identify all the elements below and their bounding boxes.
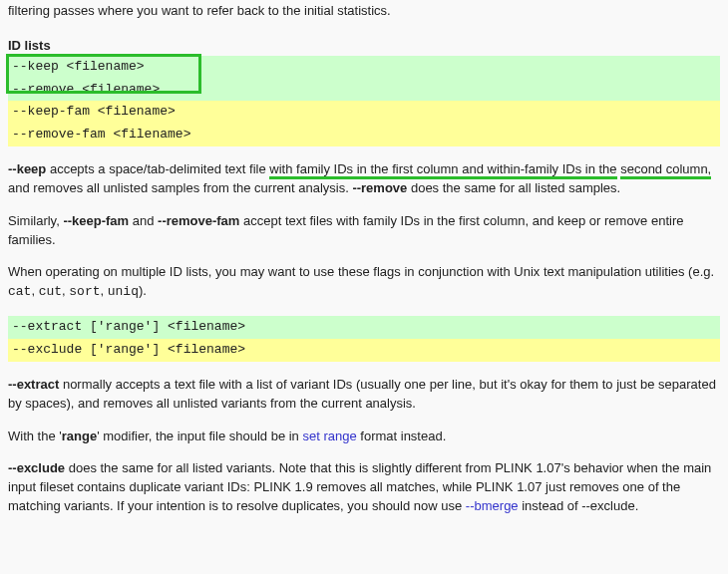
heading-id-lists: ID lists [8, 37, 720, 56]
link-set-range[interactable]: set range [302, 429, 356, 443]
text: and [129, 213, 158, 228]
paragraph-keepfam-desc: Similarly, --keep-fam and --remove-fam a… [8, 212, 720, 250]
text: normally accepts a text file with a list… [8, 377, 716, 411]
underlined-text-1: with family IDs in the first column and … [269, 161, 616, 179]
paragraph-keep-desc: --keep accepts a space/tab-delimited tex… [8, 160, 720, 198]
paragraph-exclude-desc: --exclude does the same for all listed v… [8, 459, 720, 516]
codeblock-extract-exclude: --extract ['range'] <filename> --exclude… [8, 316, 720, 362]
document-content: filtering passes where you want to refer… [0, 0, 728, 538]
flag-extract: --extract [8, 377, 59, 392]
flag-remove: --remove [352, 180, 407, 195]
flag-exclude: --exclude [8, 460, 65, 475]
codeblock-keep-remove: --keep <filename> --remove <filename> --… [8, 56, 720, 146]
paragraph-unix-utils: When operating on multiple ID lists, you… [8, 263, 720, 302]
paragraph-extract-desc: --extract normally accepts a text file w… [8, 376, 720, 414]
text: With the ' [8, 429, 62, 443]
code-line-remove-fam: --remove-fam <filename> [8, 124, 720, 146]
paragraph-range-desc: With the 'range' modifier, the input fil… [8, 428, 720, 446]
truncated-prev-paragraph: filtering passes where you want to refer… [8, 2, 720, 21]
text: When operating on multiple ID lists, you… [8, 264, 714, 279]
underlined-text-2: second column, [620, 161, 711, 179]
text: ). [139, 283, 147, 298]
text: ' modifier, the input file should be in [97, 429, 302, 443]
link-bmerge[interactable]: --bmerge [466, 498, 519, 513]
code-line-extract: --extract ['range'] <filename> [8, 316, 720, 339]
text: instead of --exclude. [519, 498, 639, 513]
cmd-cat: cat [8, 284, 31, 299]
cmd-cut: cut [39, 284, 62, 299]
flag-remove-fam: --remove-fam [158, 213, 239, 228]
modifier-range: range [62, 429, 97, 443]
text: format instead. [357, 429, 447, 443]
text: does the same for all listed samples. [407, 180, 620, 195]
cmd-sort: sort [69, 284, 100, 299]
cmd-uniq: uniq [108, 284, 139, 299]
text: and removes all unlisted samples from th… [8, 180, 352, 195]
flag-keep: --keep [8, 161, 46, 176]
code-line-keep: --keep <filename> [8, 56, 720, 79]
code-line-keep-fam: --keep-fam <filename> [8, 101, 720, 124]
flag-keep-fam: --keep-fam [63, 213, 129, 228]
text: , [101, 283, 108, 298]
text: , [31, 283, 38, 298]
text: accepts a space/tab-delimited text file [46, 161, 269, 176]
code-line-exclude: --exclude ['range'] <filename> [8, 339, 720, 362]
text: Similarly, [8, 213, 63, 228]
code-line-remove: --remove <filename> [8, 79, 720, 102]
